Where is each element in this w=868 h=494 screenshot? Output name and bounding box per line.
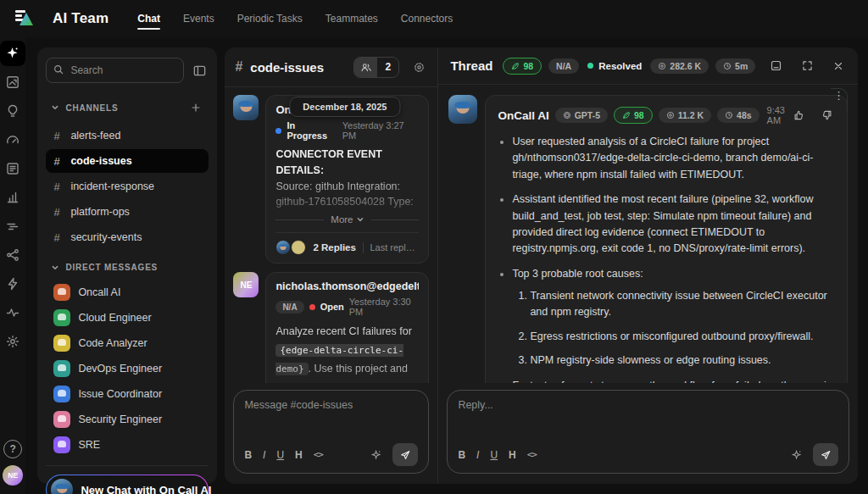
format-bold-button[interactable]: B [244, 449, 252, 461]
clock-icon [723, 62, 732, 70]
analytics-bars-icon[interactable] [0, 185, 25, 210]
replies-count: 2 Replies [313, 242, 356, 253]
channel-message-input[interactable] [244, 399, 418, 438]
settings-gear-icon[interactable] [0, 329, 25, 354]
open-in-panel-icon[interactable] [768, 58, 784, 74]
chevron-down-icon [356, 215, 364, 224]
format-code-button[interactable]: <> [527, 449, 537, 460]
hash-icon: # [53, 130, 62, 142]
automations-bolt-icon[interactable] [0, 271, 25, 297]
message-body: Analyze recent CI failures for {edge-del… [275, 323, 419, 383]
format-heading-button[interactable]: H [509, 449, 516, 461]
dm-item-devops-engineer[interactable]: DevOps Engineer [46, 357, 209, 380]
gauge-icon[interactable] [0, 127, 25, 153]
tab-chat[interactable]: Chat [137, 9, 160, 28]
format-underline-button[interactable]: U [490, 449, 498, 461]
member-count: 2 [377, 58, 398, 77]
format-underline-button[interactable]: U [276, 449, 284, 461]
expand-icon[interactable] [799, 58, 815, 74]
ai-sparkle-icon[interactable] [0, 41, 25, 66]
sidebar-item-platform-ops[interactable]: # platform-ops [46, 200, 209, 224]
search-input[interactable] [46, 58, 184, 83]
message-nicholas-thomson[interactable]: NE nicholas.thomson@edgedelt... N/A Open… [233, 272, 429, 383]
message-time: 9:43 AM [767, 105, 785, 125]
dm-item-cloud-engineer[interactable]: Cloud Engineer [46, 306, 209, 330]
message-body: CONNECTOR EVENT DETAILS: Source: github … [275, 147, 419, 210]
duration-badge: 48s [717, 108, 760, 123]
status-badge: Open [320, 302, 344, 312]
send-plane-icon [820, 449, 832, 461]
send-button[interactable] [392, 443, 418, 466]
avatar [53, 335, 70, 352]
thread-message-list[interactable]: ⋮ OnCall AI GPT-5 98 [438, 85, 858, 383]
na-badge: N/A [275, 301, 303, 314]
reply-input[interactable] [458, 399, 838, 438]
status-dot [587, 63, 593, 69]
channel-name: code-issues [250, 60, 324, 75]
format-bold-button[interactable]: B [458, 449, 465, 461]
send-button[interactable] [813, 443, 838, 466]
monitors-activity-icon[interactable] [0, 300, 25, 325]
format-italic-button[interactable]: I [263, 449, 265, 461]
channel-settings-gear-icon[interactable] [411, 59, 427, 75]
tab-events[interactable]: Events [183, 9, 214, 28]
insights-lightbulb-icon[interactable] [0, 98, 25, 124]
root-causes-list: Transient network connectivity issue bet… [512, 288, 835, 369]
members-button[interactable]: 2 [353, 57, 399, 78]
ai-assist-sparkle-icon[interactable] [370, 449, 382, 461]
message-menu-button[interactable]: ⋮ [831, 88, 848, 114]
tab-teammates[interactable]: Teammates [326, 9, 378, 28]
dms-header-label: DIRECT MESSAGES [65, 263, 203, 272]
list-item: NPM registry-side slowness or edge routi… [530, 352, 835, 369]
hash-icon: # [53, 231, 62, 244]
main-panel: # code-issues 2 December 18, 2025 [225, 47, 858, 484]
format-code-button[interactable]: <> [314, 449, 323, 460]
user-avatar[interactable]: NE [3, 465, 23, 486]
traces-icon[interactable] [0, 214, 25, 239]
new-chat-button[interactable]: New Chat with On Call AI [46, 475, 209, 494]
pipelines-icon[interactable] [0, 242, 25, 268]
last-reply-time: Last reply yesterday... [370, 242, 419, 253]
avatar [448, 95, 477, 124]
dm-item-issue-coordinator[interactable]: Issue Coordinator [46, 382, 209, 406]
sidebar-item-alerts-feed[interactable]: # alerts-feed [46, 124, 209, 147]
help-icon[interactable]: ? [3, 440, 22, 458]
avatar [53, 411, 70, 428]
thread-composer[interactable]: B I U H <> [447, 390, 849, 474]
ai-assist-sparkle-icon[interactable] [791, 449, 803, 461]
bullet-item: User requested analysis of a CircleCI fa… [512, 134, 835, 183]
avatar: NE [233, 272, 259, 297]
dm-item-sre[interactable]: SRE [46, 433, 209, 457]
send-plane-icon [399, 449, 411, 461]
add-channel-button[interactable] [188, 100, 203, 115]
leaf-icon [622, 111, 631, 119]
channel-header: # code-issues 2 [225, 47, 437, 87]
thread-replies-button[interactable]: 2 Replies Last reply yesterday... [275, 232, 419, 255]
channel-composer[interactable]: B I U H <> [233, 390, 429, 474]
dms-section-header[interactable]: DIRECT MESSAGES [46, 259, 209, 275]
avatar [233, 95, 259, 120]
sidebar-item-incident-response[interactable]: # incident-response [46, 175, 209, 198]
thumbs-up-icon[interactable] [791, 108, 806, 123]
dm-item-code-analyzer[interactable]: Code Analyzer [46, 331, 209, 355]
dm-item-oncall-ai[interactable]: Oncall AI [46, 280, 209, 304]
sidebar-item-security-events[interactable]: # security-events [46, 225, 209, 249]
tab-connectors[interactable]: Connectors [401, 9, 453, 28]
dashboards-icon[interactable] [0, 69, 25, 95]
tab-periodic-tasks[interactable]: Periodic Tasks [237, 9, 303, 28]
channel-message-list[interactable]: December 18, 2025 OnCall AI In Progress … [225, 87, 437, 383]
more-button[interactable]: More [331, 214, 364, 225]
hash-icon: # [53, 180, 62, 193]
dm-item-security-engineer[interactable]: Security Engineer [46, 408, 209, 431]
message-oncall-ai[interactable]: OnCall AI In Progress Yesterday 3:27 PM … [233, 95, 429, 264]
channels-section-header[interactable]: CHANNELS [46, 97, 209, 119]
thread-header: Thread 98 N/A Resolved 282.6 K [438, 47, 858, 85]
close-icon[interactable] [831, 58, 846, 74]
message-time: Yesterday 3:27 PM [342, 120, 420, 141]
format-italic-button[interactable]: I [476, 449, 479, 461]
search-icon [53, 64, 64, 75]
collapse-sidebar-icon[interactable] [191, 62, 209, 80]
format-heading-button[interactable]: H [295, 449, 303, 461]
logs-icon[interactable] [0, 156, 25, 181]
sidebar-item-code-issues[interactable]: # code-issues [46, 149, 209, 173]
